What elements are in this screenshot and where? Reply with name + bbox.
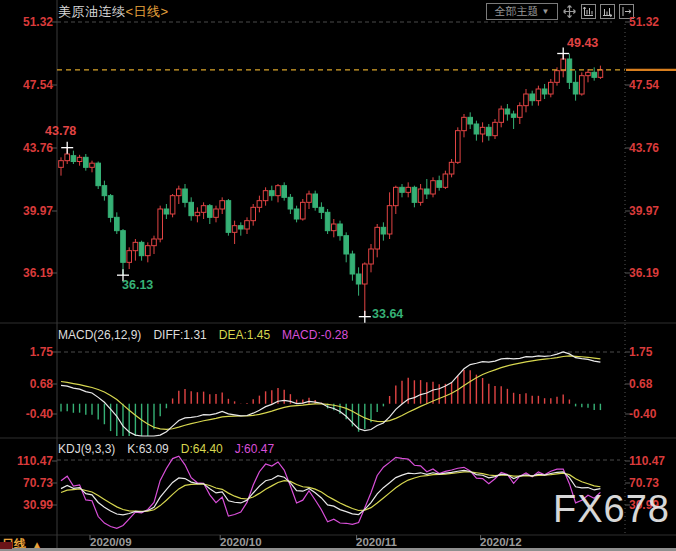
chart-canvas[interactable] (0, 0, 676, 551)
annotation-high-4378: 43.78 (45, 124, 76, 138)
annotation-low-3613: 36.13 (122, 278, 153, 292)
main-axis-label-right: 39.97 (629, 204, 676, 218)
symbol-name: 美原油连续 (58, 4, 126, 19)
main-axis-label-right: 43.76 (629, 141, 676, 155)
themes-dropdown[interactable]: 全部主题 ▼ (486, 3, 558, 20)
main-axis-label-left: 47.54 (0, 78, 53, 92)
chart-title: 美原油连续<日线> (58, 3, 169, 21)
date-label: 2020/10 (220, 536, 262, 548)
main-axis-label-right: 47.54 (629, 78, 676, 92)
kdj-axis-label-right: 110.47 (629, 454, 676, 468)
macd-name: MACD(26,12,9) (58, 328, 141, 342)
kdj-k-value: K:63.09 (127, 442, 168, 456)
kdj-axis-label-left: 30.99 (0, 498, 53, 512)
period-tag: <日线> (126, 4, 169, 19)
kdj-header: KDJ(9,3,3) K:63.09 D:64.40 J:60.47 (58, 442, 274, 456)
macd-axis-label-left: 1.75 (0, 345, 53, 359)
kdj-axis-label-left: 110.47 (0, 454, 53, 468)
toolbar: 全部主题 ▼ (486, 3, 634, 20)
macd-dea-value: DEA:1.45 (219, 328, 270, 342)
annotation-high-4943: 49.43 (567, 36, 598, 50)
move-crosshair-icon[interactable] (562, 4, 577, 19)
date-label: 2020/11 (356, 536, 397, 548)
corner-logo-fragment (0, 542, 12, 549)
themes-dropdown-label: 全部主题 (495, 4, 539, 19)
fx678-watermark: FX678 (553, 488, 670, 531)
chart-window: { "header": { "symbol": "美原油连续", "period… (0, 0, 676, 551)
kdj-axis-label-left: 70.73 (0, 476, 53, 490)
axis-left-chart-icon[interactable] (581, 4, 596, 19)
main-axis-label-left: 36.19 (0, 266, 53, 280)
date-label: 2020/12 (480, 536, 522, 548)
kdj-name: KDJ(9,3,3) (58, 442, 115, 456)
kdj-j-value: J:60.47 (235, 442, 274, 456)
main-axis-label-left: 43.76 (0, 141, 53, 155)
annotation-low-3364: 33.64 (372, 307, 403, 321)
main-axis-label-right: 36.19 (629, 266, 676, 280)
macd-macd-value: MACD:-0.28 (282, 328, 348, 342)
chevron-down-icon: ▼ (542, 7, 550, 16)
macd-axis-label-right: 0.68 (629, 377, 676, 391)
main-axis-label-right: 51.32 (629, 15, 676, 29)
macd-axis-label-left: -0.40 (0, 407, 53, 421)
macd-axis-label-right: -0.40 (629, 407, 676, 421)
main-axis-label-left: 39.97 (0, 204, 53, 218)
macd-header: MACD(26,12,9) DIFF:1.31 DEA:1.45 MACD:-0… (58, 328, 348, 342)
axis-right-chart-icon[interactable] (600, 4, 615, 19)
main-axis-label-left: 51.32 (0, 15, 53, 29)
macd-diff-value: DIFF:1.31 (153, 328, 206, 342)
kdj-d-value: D:64.40 (181, 442, 223, 456)
date-label: 2020/09 (90, 536, 132, 548)
macd-axis-label-right: 1.75 (629, 345, 676, 359)
macd-axis-label-left: 0.68 (0, 377, 53, 391)
